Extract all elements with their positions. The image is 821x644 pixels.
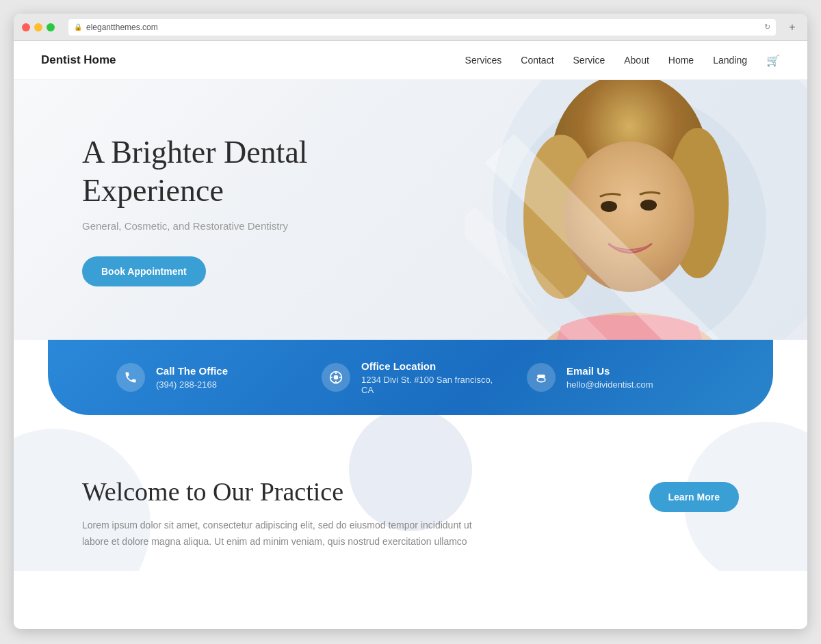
hero-content: A Brighter Dental Experience General, Co… <box>14 92 335 340</box>
welcome-section: Welcome to Our Practice Lorem ipsum dolo… <box>14 442 807 571</box>
contact-bar: Call The Office (394) 288-2168 Office Lo… <box>48 340 773 415</box>
nav-link-contact[interactable]: Contact <box>521 55 553 66</box>
nav-link-services[interactable]: Services <box>465 55 502 66</box>
contact-location-value: 1234 Divi St. #100 San francisco, CA <box>361 375 499 395</box>
contact-email-value: hello@dividentist.com <box>566 379 653 390</box>
mid-section: Welcome to Our Practice Lorem ipsum dolo… <box>14 415 807 571</box>
svg-point-11 <box>334 375 339 380</box>
location-icon <box>322 363 350 392</box>
refresh-button[interactable]: ↻ <box>764 23 770 31</box>
contact-email-info: Email Us hello@dividentist.com <box>566 365 653 390</box>
address-bar[interactable]: 🔒 elegantthemes.com ↻ <box>68 19 776 36</box>
cart-icon[interactable]: 🛒 <box>766 54 780 67</box>
maximize-window-button[interactable] <box>47 23 55 31</box>
minimize-window-button[interactable] <box>34 23 42 31</box>
contact-email-label: Email Us <box>566 365 653 377</box>
hero-title: A Brighter Dental Experience <box>82 133 308 209</box>
hero-section: A Brighter Dental Experience General, Co… <box>14 80 807 353</box>
welcome-text: Lorem ipsum dolor sit amet, consectetur … <box>82 518 479 550</box>
site-logo: Dentist Home <box>41 53 116 67</box>
hero-person-image <box>465 80 753 353</box>
window-controls <box>22 23 55 31</box>
url-text: elegantthemes.com <box>86 23 158 32</box>
welcome-title: Welcome to Our Practice <box>82 477 622 507</box>
learn-more-button[interactable]: Learn More <box>649 482 739 512</box>
nav-link-service[interactable]: Service <box>573 55 605 66</box>
person-svg <box>465 80 753 353</box>
contact-location-info: Office Location 1234 Divi St. #100 San f… <box>361 360 499 395</box>
contact-item-phone: Call The Office (394) 288-2168 <box>103 340 308 415</box>
contact-phone-info: Call The Office (394) 288-2168 <box>156 365 228 390</box>
contact-location-label: Office Location <box>361 360 499 372</box>
nav-link-about[interactable]: About <box>624 55 649 66</box>
nav-links: Services Contact Service About Home Land… <box>465 54 780 67</box>
browser-window: 🔒 elegantthemes.com ↻ + Dentist Home Ser… <box>14 14 807 629</box>
welcome-content: Welcome to Our Practice Lorem ipsum dolo… <box>82 477 622 550</box>
browser-titlebar: 🔒 elegantthemes.com ↻ + <box>14 14 807 41</box>
phone-icon <box>116 363 145 392</box>
hero-subtitle: General, Cosmetic, and Restorative Denti… <box>82 220 308 232</box>
navbar: Dentist Home Services Contact Service Ab… <box>14 41 807 80</box>
new-tab-button[interactable]: + <box>785 21 799 34</box>
book-appointment-button[interactable]: Book Appointment <box>82 256 206 286</box>
svg-point-5 <box>601 201 617 212</box>
contact-item-location: Office Location 1234 Divi St. #100 San f… <box>308 340 513 415</box>
svg-point-6 <box>640 200 657 211</box>
contact-phone-label: Call The Office <box>156 365 228 377</box>
website-content: Dentist Home Services Contact Service Ab… <box>14 41 807 629</box>
nav-link-landing[interactable]: Landing <box>713 55 747 66</box>
hero-decoration <box>397 80 807 353</box>
contact-item-email: Email Us hello@dividentist.com <box>513 340 718 415</box>
svg-point-19 <box>537 377 545 382</box>
contact-phone-value: (394) 288-2168 <box>156 379 228 390</box>
nav-link-home[interactable]: Home <box>668 55 694 66</box>
close-window-button[interactable] <box>22 23 30 31</box>
ssl-lock-icon: 🔒 <box>74 23 82 31</box>
email-icon <box>527 363 556 392</box>
